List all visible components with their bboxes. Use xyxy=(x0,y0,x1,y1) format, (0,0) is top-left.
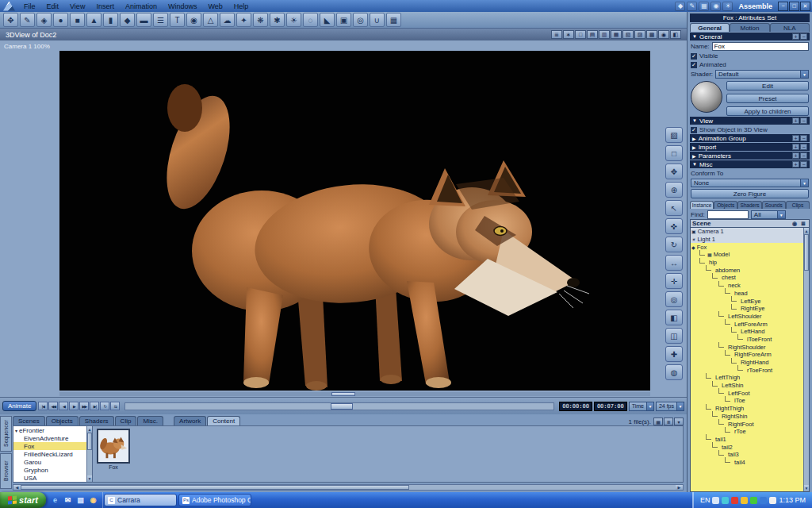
eye-icon[interactable]: ◉ xyxy=(791,220,799,227)
camera-select-icon[interactable]: ◉ xyxy=(658,30,669,39)
scroll-down-icon[interactable]: ▼ xyxy=(804,485,809,491)
add-icon[interactable]: + xyxy=(792,144,799,150)
browser-tab[interactable]: Misc. xyxy=(137,416,163,425)
pan-hand-icon[interactable]: ✥ xyxy=(665,164,683,179)
transport-button[interactable]: ◀ xyxy=(59,402,68,410)
antialiasing-icon[interactable]: ∗ xyxy=(563,30,574,39)
transport-button[interactable]: ◀◀ xyxy=(48,402,58,410)
scene-tree-item[interactable]: tail2 xyxy=(691,443,803,451)
scene-tree-item[interactable]: LeftThigh xyxy=(691,374,803,382)
remove-icon[interactable]: − xyxy=(800,33,807,40)
browser-tab[interactable]: Content xyxy=(207,416,240,425)
section-header-misc[interactable]: ▼ Misc +− xyxy=(690,160,810,168)
menu-item[interactable]: Edit xyxy=(41,0,65,12)
media-player-icon[interactable]: ◉ xyxy=(88,495,98,506)
shadows-display-icon[interactable]: ▩ xyxy=(646,30,657,39)
frame-selection-icon[interactable]: □ xyxy=(665,145,683,161)
sphere-primitive-icon[interactable]: ● xyxy=(53,13,68,27)
hotpoint-tool-icon[interactable]: ◎ xyxy=(665,291,683,307)
wrench-selection-tool-icon[interactable]: ✥ xyxy=(3,13,18,27)
list-view-icon[interactable]: ≣ xyxy=(664,418,673,425)
folder-options-icon[interactable]: ▾ xyxy=(674,418,684,425)
scene-tree-item[interactable]: ☀ Light 1 xyxy=(691,236,803,244)
remove-icon[interactable]: − xyxy=(800,135,807,141)
gouraud-display-icon[interactable]: ▦ xyxy=(611,30,622,39)
render-preview-icon[interactable]: ▧ xyxy=(665,127,683,143)
taskbar-task-button[interactable]: C Carrara xyxy=(104,494,177,506)
scene-info-icon[interactable]: ≣ xyxy=(551,30,562,39)
scene-tree-item[interactable]: LeftFoot xyxy=(691,389,803,397)
icosahedron-primitive-icon[interactable]: ◆ xyxy=(120,13,135,27)
taskbar-task-button[interactable]: Ps Adobe Photoshop CS... xyxy=(178,494,251,506)
scroll-thumb[interactable] xyxy=(87,433,92,450)
viewport-hscrollbar[interactable] xyxy=(59,392,650,396)
menu-item[interactable]: Windows xyxy=(163,0,203,12)
scroll-left-icon[interactable]: ◀ xyxy=(13,485,21,490)
scene-tree-item[interactable]: head xyxy=(691,290,803,298)
browser-tab[interactable]: Shaders xyxy=(79,416,114,425)
scene-tree-item[interactable]: LeftHand xyxy=(691,328,803,336)
shader-action-button[interactable]: Preset xyxy=(726,94,809,103)
add-icon[interactable]: + xyxy=(792,161,799,167)
thumbnail-view-icon[interactable]: ▦ xyxy=(653,418,663,425)
animate-button[interactable]: Animate xyxy=(2,401,36,411)
sun-light-tool-icon[interactable]: ☀ xyxy=(286,13,301,27)
scroll-down-icon[interactable]: ▼ xyxy=(87,475,92,482)
layout-options-icon[interactable]: ◧ xyxy=(670,30,681,39)
minimize-button[interactable]: − xyxy=(778,2,788,11)
text-tool-icon[interactable]: T xyxy=(170,13,185,27)
texture-room-icon[interactable]: ◉ xyxy=(710,2,721,11)
assemble-room-icon[interactable]: ◆ xyxy=(675,2,685,11)
remove-icon[interactable]: − xyxy=(800,144,807,150)
section-header-general[interactable]: ▼ General +− xyxy=(690,33,810,40)
terrain-tool-icon[interactable]: △ xyxy=(203,13,218,27)
timeline-track[interactable] xyxy=(124,402,554,410)
show-desktop-icon[interactable]: ▤ xyxy=(75,495,86,506)
select-arrow-icon[interactable]: ↖ xyxy=(665,200,683,216)
tray-network-icon[interactable] xyxy=(722,497,729,504)
language-indicator[interactable]: EN xyxy=(700,496,710,504)
paint-shape-icon[interactable]: ◧ xyxy=(665,310,683,325)
menu-item[interactable]: Animation xyxy=(120,0,163,12)
transport-button[interactable]: ▶▶ xyxy=(79,402,89,410)
scene-tree-item[interactable]: tail1 xyxy=(691,436,803,444)
conform-to-dropdown[interactable]: None ▼ xyxy=(691,179,809,187)
render-room-icon[interactable]: ☀ xyxy=(722,2,733,11)
metaball-tool-icon[interactable]: ◉ xyxy=(186,13,201,27)
scene-tree-item[interactable]: tail4 xyxy=(691,459,803,467)
shader-preview-sphere[interactable] xyxy=(691,81,722,113)
universal-manipulator-icon[interactable]: ✛ xyxy=(665,273,683,289)
find-input[interactable] xyxy=(707,210,749,219)
content-item-thumbnail[interactable] xyxy=(97,429,130,464)
plane-primitive-icon[interactable]: ▬ xyxy=(136,13,151,27)
section-header-import[interactable]: ▶ Import +− xyxy=(690,143,810,151)
zoom-tool-icon[interactable]: ⊕ xyxy=(665,182,683,198)
infinite-plane-icon[interactable]: ☰ xyxy=(153,13,168,27)
fountain-tool-icon[interactable]: ❋ xyxy=(253,13,268,27)
animated-checkbox[interactable]: ✓ xyxy=(691,62,697,68)
scene-tree-item[interactable]: lToeFront xyxy=(691,336,803,344)
cloud-tool-icon[interactable]: ☁ xyxy=(220,13,235,27)
transport-button[interactable]: |◀ xyxy=(38,402,48,410)
cube-primitive-icon[interactable]: ■ xyxy=(70,13,85,27)
browser-side-tab[interactable]: Sequencer xyxy=(0,416,12,452)
maximize-button[interactable]: □ xyxy=(789,2,799,11)
storyboard-room-icon[interactable]: ▦ xyxy=(699,2,709,11)
section-header-animation-group[interactable]: ▶ Animation Group +− xyxy=(690,134,810,142)
add-icon[interactable]: + xyxy=(792,135,799,141)
remove-icon[interactable]: − xyxy=(800,117,807,124)
folder-item[interactable]: USA xyxy=(13,474,86,482)
attributes-tab[interactable]: General xyxy=(690,23,730,32)
menu-item[interactable]: Insert xyxy=(90,0,120,12)
bbox-display-icon[interactable]: □ xyxy=(575,30,586,39)
show-object-checkbox[interactable]: ✓ xyxy=(691,127,697,133)
scene-tree-item[interactable]: chest xyxy=(691,274,803,282)
expand-arrow-icon[interactable]: ▾ xyxy=(15,428,17,433)
scroll-thumb[interactable] xyxy=(804,234,809,271)
zero-figure-button[interactable]: Zero Figure xyxy=(691,189,809,198)
clock[interactable]: 1:13 PM xyxy=(779,496,806,504)
shader-dropdown[interactable]: Default ▼ xyxy=(715,70,809,79)
room-selector[interactable]: Assemble xyxy=(738,2,772,10)
tray-update-icon[interactable] xyxy=(741,497,748,504)
rotate-tool-icon[interactable]: ↻ xyxy=(665,237,683,252)
